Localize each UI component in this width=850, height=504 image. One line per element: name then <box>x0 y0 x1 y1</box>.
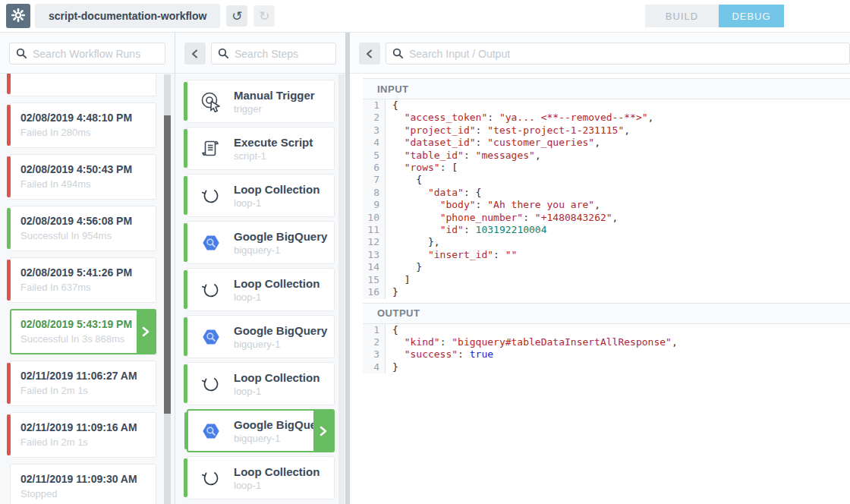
workflow-step-card[interactable]: Loop Collection loop-1 <box>187 268 335 311</box>
selected-step-chevron[interactable] <box>313 411 333 451</box>
run-status-bar <box>7 208 11 249</box>
step-title: Loop Collection <box>234 277 320 290</box>
step-text: Loop Collection loop-1 <box>234 183 320 209</box>
line-number: 16 <box>363 286 386 298</box>
code-line: 1{ <box>363 99 850 112</box>
line-number: 6 <box>363 162 386 174</box>
workflow-step-card[interactable]: Manual Trigger trigger <box>187 80 335 123</box>
code-line: 4 "dataset_id": "customer_queries", <box>363 137 850 149</box>
code-text: { <box>386 99 398 112</box>
step-title: Execute Script <box>234 136 313 149</box>
step-title: Google BigQuery <box>234 230 327 243</box>
search-input-output-input[interactable] <box>386 43 850 65</box>
runs-scrollbar-thumb[interactable] <box>164 115 171 414</box>
run-timestamp: 02/08/2019 4:50:43 PM <box>20 163 148 175</box>
io-back-button[interactable] <box>359 43 380 65</box>
workflow-step-card[interactable]: Google BigQuery bigquery-1 <box>187 221 335 264</box>
line-number: 5 <box>363 150 386 162</box>
runs-scrollbar[interactable] <box>164 74 171 504</box>
workflow-runs-panel: Failed In 501ms 02/08/2019 4:48:10 PM Fa… <box>0 33 175 504</box>
debug-tab[interactable]: DEBUG <box>719 5 784 27</box>
search-steps-input[interactable] <box>211 43 336 65</box>
code-text: "project_id": "test-project-1-231115", <box>386 124 630 137</box>
code-line: 2 "kind": "bigquery#tableDataInsertAllRe… <box>363 336 850 348</box>
workflow-run-card[interactable]: 02/11/2019 11:09:16 AM Failed In 2m 1s <box>10 412 156 458</box>
steps-search-row <box>175 33 345 74</box>
step-text: Google BigQuery bigquery-1 <box>234 230 327 256</box>
run-status-bar <box>7 363 11 404</box>
workflow-run-card[interactable]: Failed In 501ms <box>10 74 156 96</box>
step-status-bar <box>184 364 187 403</box>
step-status-bar <box>184 412 188 449</box>
workflow-settings-button[interactable] <box>6 4 30 28</box>
redo-icon: ↻ <box>259 8 269 24</box>
steps-scrollbar[interactable] <box>338 74 345 504</box>
step-status-bar <box>184 317 187 356</box>
search-icon <box>16 48 27 59</box>
step-subtitle: loop-1 <box>234 480 320 491</box>
main-area: Failed In 501ms 02/08/2019 4:48:10 PM Fa… <box>0 33 850 504</box>
run-timestamp: 02/11/2019 11:06:27 AM <box>20 370 148 382</box>
workflow-runs-list: Failed In 501ms 02/08/2019 4:48:10 PM Fa… <box>0 74 175 504</box>
step-subtitle: bigquery-1 <box>234 339 327 350</box>
workflow-run-card[interactable]: 02/08/2019 4:50:43 PM Failed In 494ms <box>10 154 156 200</box>
workflow-run-card[interactable]: 02/08/2019 4:48:10 PM Failed In 280ms <box>10 102 156 148</box>
undo-button[interactable]: ↺ <box>226 5 247 27</box>
build-tab[interactable]: BUILD <box>645 5 719 27</box>
workflow-steps-panel: Manual Trigger trigger Execute Script sc… <box>175 33 345 504</box>
code-line: 13 "insert_id": "" <box>363 249 850 261</box>
step-subtitle: bigquery-1 <box>234 244 327 256</box>
undo-icon: ↺ <box>231 8 242 24</box>
step-text: Loop Collection loop-1 <box>234 465 320 491</box>
line-number: 14 <box>363 261 386 273</box>
line-number: 3 <box>363 124 386 137</box>
code-text: } <box>386 361 398 373</box>
gear-icon <box>11 8 25 24</box>
step-text: Manual Trigger trigger <box>234 89 315 115</box>
code-text: } <box>386 286 398 298</box>
selected-run-chevron[interactable] <box>137 310 155 353</box>
run-timestamp: 02/08/2019 4:56:08 PM <box>20 215 148 227</box>
step-text: Loop Collection loop-1 <box>234 371 320 397</box>
steps-back-button[interactable] <box>184 43 206 65</box>
workflow-run-card[interactable]: 02/08/2019 5:43:19 PM Successful In 3s 8… <box>10 309 156 354</box>
workflow-step-card[interactable]: Google BigQuery bigquery-1 <box>187 315 335 358</box>
step-text: Execute Script script-1 <box>234 136 313 162</box>
workflow-name[interactable]: script-documentation-workflow <box>35 4 220 28</box>
workflow-step-card[interactable]: Google BigQuery bigquery-1 <box>187 409 335 452</box>
code-text: "table_id": "messages", <box>386 150 541 162</box>
input-output-panel: INPUT 1{2 "access_token": "ya... <**--re… <box>350 33 850 504</box>
step-status-bar <box>184 270 187 309</box>
bigquery-icon <box>200 420 222 443</box>
workflow-step-card[interactable]: Execute Script script-1 <box>187 127 335 170</box>
line-number: 4 <box>363 137 386 149</box>
line-number: 9 <box>363 199 386 211</box>
input-code-block: 1{2 "access_token": "ya... <**--removed-… <box>363 99 850 299</box>
run-status: Failed In 494ms <box>20 178 148 190</box>
run-status-bar <box>7 260 11 301</box>
code-text: "access_token": "ya... <**--removed--**>… <box>386 112 653 124</box>
line-number: 13 <box>363 249 386 261</box>
loop-icon <box>200 467 222 490</box>
search-workflow-runs-input[interactable] <box>9 43 165 65</box>
workflow-run-card[interactable]: 02/08/2019 4:56:08 PM Successful In 954m… <box>10 206 156 251</box>
code-text: }, <box>386 236 440 248</box>
run-status-bar <box>7 105 11 146</box>
workflow-step-card[interactable]: Loop Collection loop-1 <box>187 362 335 405</box>
output-code-block: 1{2 "kind": "bigquery#tableDataInsertAll… <box>363 324 850 374</box>
step-title: Loop Collection <box>234 371 320 384</box>
line-number: 12 <box>363 236 386 248</box>
workflow-run-card[interactable]: 02/11/2019 11:06:27 AM Failed In 2m 1s <box>10 361 156 406</box>
workflow-step-card[interactable]: Loop Collection loop-1 <box>187 456 335 499</box>
step-text: Loop Collection loop-1 <box>234 277 320 303</box>
run-status: Stopped <box>20 488 148 499</box>
workflow-run-card[interactable]: 02/08/2019 5:41:26 PM Failed In 637ms <box>10 257 156 303</box>
code-text: "body": "Ah there you are", <box>386 199 600 211</box>
run-timestamp: 02/08/2019 4:48:10 PM <box>20 112 148 124</box>
workflow-step-card[interactable]: Loop Collection loop-1 <box>187 174 335 217</box>
workflow-run-card[interactable]: 02/11/2019 11:09:30 AM Stopped <box>10 464 156 504</box>
code-line: 12 }, <box>363 236 850 248</box>
run-status-bar <box>7 414 11 455</box>
run-status: Successful In 3s 868ms <box>20 333 147 345</box>
redo-button[interactable]: ↻ <box>253 5 275 27</box>
